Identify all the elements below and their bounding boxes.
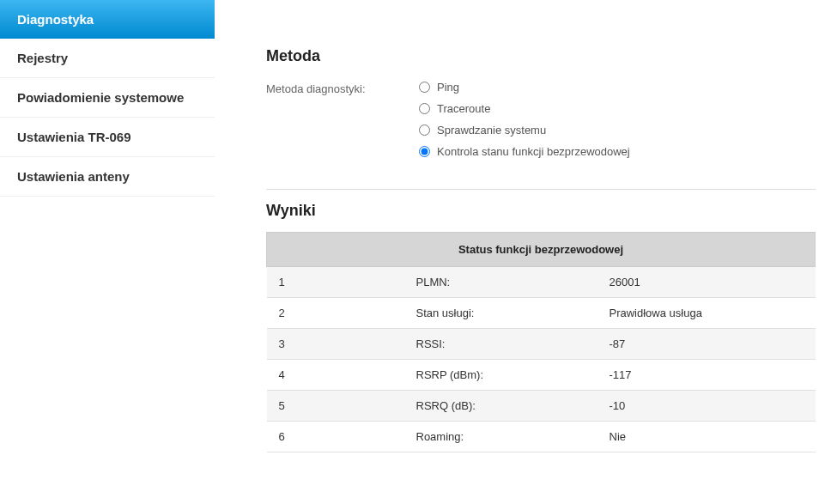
table-row: 4 RSRP (dBm): -117 [267, 360, 816, 391]
radio-wireless[interactable] [419, 146, 430, 157]
cell-idx: 5 [267, 391, 404, 422]
cell-idx: 6 [267, 422, 404, 452]
table-row: 2 Stan usługi: Prawidłowa usługa [267, 298, 816, 329]
table-row: 5 RSRQ (dB): -10 [267, 391, 816, 422]
radio-option-traceroute[interactable]: Traceroute [419, 102, 630, 115]
radio-traceroute[interactable] [419, 103, 430, 114]
sidebar-item-label: Diagnostyka [17, 12, 94, 27]
sidebar-item-label: Ustawienia anteny [17, 169, 130, 184]
table-row: 1 PLMN: 26001 [267, 267, 816, 298]
cell-idx: 3 [267, 329, 404, 360]
sidebar-item-powiadomienie[interactable]: Powiadomienie systemowe [0, 78, 215, 118]
sidebar-item-label: Powiadomienie systemowe [17, 90, 184, 105]
sidebar-item-tr069[interactable]: Ustawienia TR-069 [0, 118, 215, 157]
results-table-header: Status funkcji bezprzewodowej [267, 233, 816, 267]
radio-syscheck[interactable] [419, 124, 430, 136]
cell-idx: 1 [267, 267, 404, 298]
main-content: Metoda Metoda diagnostyki: Ping Tracerou… [215, 0, 831, 504]
method-radio-group: Ping Traceroute Sprawdzanie systemu Kont… [419, 81, 630, 158]
cell-val: -87 [597, 329, 816, 360]
radio-option-ping[interactable]: Ping [419, 81, 630, 94]
sidebar: Diagnostyka Rejestry Powiadomienie syste… [0, 0, 215, 504]
radio-label: Ping [437, 81, 459, 94]
cell-val: Nie [597, 422, 816, 452]
method-form-row: Metoda diagnostyki: Ping Traceroute Spra… [266, 81, 816, 165]
cell-val: 26001 [597, 267, 816, 298]
section-divider [266, 189, 816, 190]
table-row: 6 Roaming: Nie [267, 422, 816, 452]
sidebar-item-diagnostyka[interactable]: Diagnostyka [0, 0, 215, 39]
sidebar-item-rejestry[interactable]: Rejestry [0, 39, 215, 78]
method-section-title: Metoda [266, 47, 816, 65]
radio-label: Sprawdzanie systemu [437, 124, 546, 137]
cell-key: RSRP (dBm): [404, 360, 597, 391]
cell-key: Stan usługi: [404, 298, 597, 329]
results-section-title: Wyniki [266, 202, 816, 220]
radio-option-wireless[interactable]: Kontrola stanu funkcji bezprzewodowej [419, 145, 630, 158]
cell-val: -10 [597, 391, 816, 422]
sidebar-item-anteny[interactable]: Ustawienia anteny [0, 157, 215, 197]
radio-option-syscheck[interactable]: Sprawdzanie systemu [419, 124, 630, 137]
cell-key: PLMN: [404, 267, 597, 298]
cell-val: Prawidłowa usługa [597, 298, 816, 329]
cell-key: RSSI: [404, 329, 597, 360]
radio-label: Kontrola stanu funkcji bezprzewodowej [437, 145, 630, 158]
cell-idx: 4 [267, 360, 404, 391]
cell-key: RSRQ (dB): [404, 391, 597, 422]
cell-idx: 2 [267, 298, 404, 329]
radio-ping[interactable] [419, 82, 430, 93]
method-label: Metoda diagnostyki: [266, 81, 419, 95]
radio-label: Traceroute [437, 102, 490, 115]
results-table: Status funkcji bezprzewodowej 1 PLMN: 26… [266, 232, 816, 452]
sidebar-item-label: Ustawienia TR-069 [17, 130, 131, 144]
cell-val: -117 [597, 360, 816, 391]
cell-key: Roaming: [404, 422, 597, 452]
sidebar-item-label: Rejestry [17, 51, 68, 65]
table-row: 3 RSSI: -87 [267, 329, 816, 360]
